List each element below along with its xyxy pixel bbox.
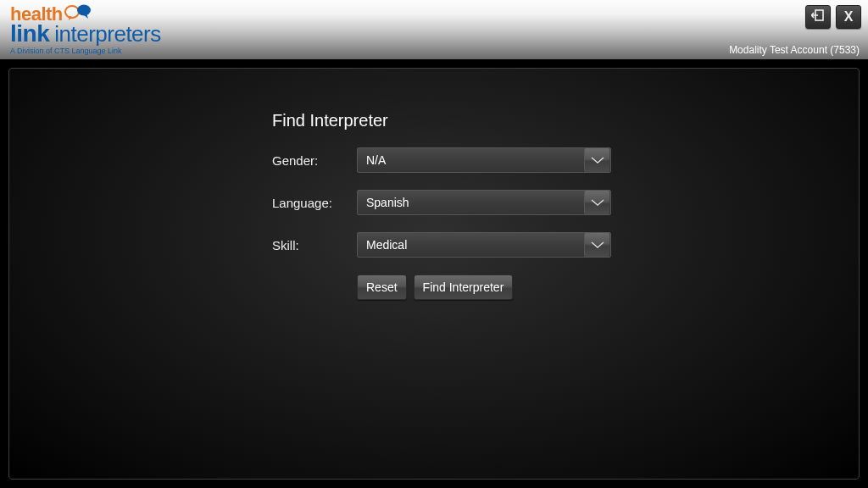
gender-label: Gender:	[272, 153, 357, 168]
find-interpreter-button[interactable]: Find Interpreter	[414, 274, 514, 300]
logo: health link interpreters A Division of C…	[10, 4, 161, 55]
form-title: Find Interpreter	[272, 111, 859, 130]
find-interpreter-button-label: Find Interpreter	[423, 280, 504, 294]
close-icon: X	[844, 9, 854, 25]
logo-word-interpreters: interpreters	[54, 23, 161, 45]
svg-point-0	[65, 6, 79, 18]
logout-button[interactable]	[805, 5, 831, 29]
language-label: Language:	[272, 196, 357, 210]
gender-select[interactable]: N/A	[357, 147, 611, 173]
logo-word-link: link	[10, 22, 49, 46]
skill-value: Medical	[358, 238, 407, 252]
skill-label: Skill:	[272, 238, 357, 252]
svg-point-1	[77, 5, 91, 16]
skill-row: Skill: Medical	[272, 232, 859, 258]
close-button[interactable]: X	[836, 5, 861, 29]
reset-button[interactable]: Reset	[357, 274, 407, 300]
language-row: Language: Spanish	[272, 190, 859, 215]
logo-tagline: A Division of CTS Language Link	[10, 47, 161, 55]
chevron-down-icon	[584, 191, 609, 214]
reset-button-label: Reset	[366, 280, 398, 294]
chevron-down-icon	[584, 148, 609, 172]
chevron-down-icon	[584, 233, 609, 257]
exit-icon	[811, 8, 825, 25]
main-panel: Find Interpreter Gender: N/A Language: S…	[8, 68, 860, 480]
header-bar: health link interpreters A Division of C…	[0, 0, 868, 59]
gender-row: Gender: N/A	[272, 147, 859, 173]
gender-value: N/A	[358, 153, 386, 167]
language-value: Spanish	[358, 196, 409, 209]
language-select[interactable]: Spanish	[357, 190, 611, 215]
account-label: Modality Test Account (7533)	[729, 44, 860, 56]
skill-select[interactable]: Medical	[357, 232, 611, 258]
body-area: Find Interpreter Gender: N/A Language: S…	[0, 59, 868, 488]
